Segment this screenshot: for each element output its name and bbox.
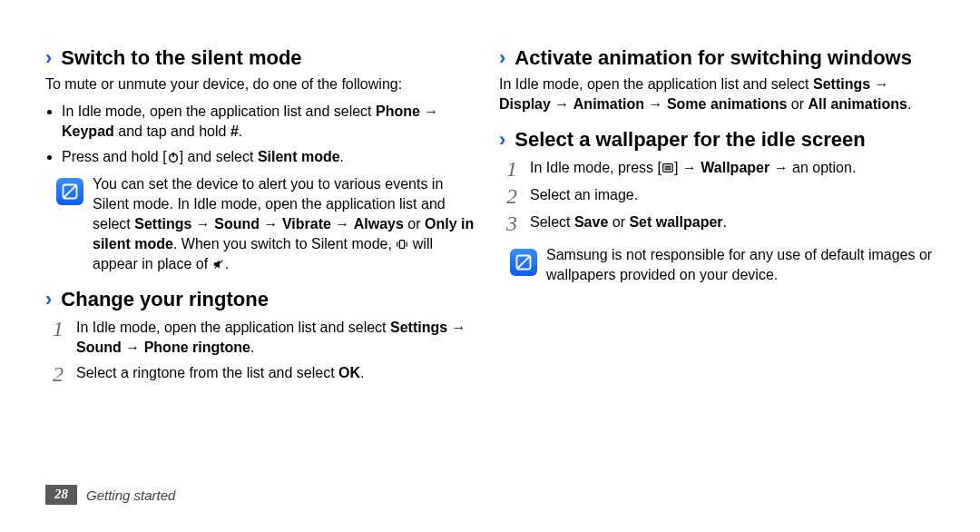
note-box: Samsung is not responsible for any use o… [499, 245, 935, 285]
svg-rect-4 [400, 241, 405, 249]
step-item: 3 Select Save or Set wallpaper. [499, 212, 935, 234]
steps-list: 1 In Idle mode, press [] → Wallpaper → a… [499, 158, 935, 234]
note-icon [56, 178, 83, 205]
section-title: Select a wallpaper for the idle screen [514, 127, 865, 153]
left-column: › Switch to the silent mode To mute or u… [45, 45, 481, 532]
section-title: Activate animation for switching windows [514, 45, 912, 71]
note-box: You can set the device to alert you to v… [45, 174, 481, 274]
intro-text: To mute or unmute your device, do one of… [45, 74, 481, 94]
note-text: You can set the device to alert you to v… [93, 174, 481, 274]
section-head-animation: › Activate animation for switching windo… [499, 45, 935, 71]
chevron-icon: › [45, 45, 52, 71]
menu-icon [662, 160, 674, 172]
step-body: Select a ringtone from the list and sele… [76, 363, 481, 383]
power-icon [167, 149, 180, 162]
vibrate-icon [396, 236, 408, 249]
note-text: Samsung is not responsible for any use o… [546, 245, 935, 285]
step-number: 2 [45, 363, 71, 385]
page-number: 28 [45, 485, 77, 505]
page-footer: 28 Getting started [45, 485, 175, 505]
step-item: 1 In Idle mode, open the application lis… [45, 318, 481, 358]
step-item: 2 Select a ringtone from the list and se… [45, 363, 481, 385]
chevron-icon: › [45, 287, 52, 312]
note-icon [510, 249, 537, 276]
step-item: 2 Select an image. [499, 185, 935, 207]
paragraph: In Idle mode, open the application list … [499, 74, 935, 114]
section-title: Change your ringtone [61, 287, 269, 312]
steps-list: 1 In Idle mode, open the application lis… [45, 318, 481, 385]
step-body: In Idle mode, press [] → Wallpaper → an … [530, 158, 935, 178]
section-head-silent: › Switch to the silent mode [45, 45, 481, 71]
section-head-wallpaper: › Select a wallpaper for the idle screen [499, 127, 935, 153]
section-head-ringtone: › Change your ringtone [45, 287, 481, 312]
bullet-list: In Idle mode, open the application list … [45, 102, 481, 167]
svg-line-11 [517, 256, 529, 268]
svg-line-3 [64, 185, 75, 197]
footer-section-name: Getting started [86, 488, 175, 503]
step-body: Select an image. [530, 185, 935, 205]
list-item: Press and hold [] and select Silent mode… [62, 147, 481, 167]
step-number: 1 [499, 158, 524, 180]
speaker-mute-icon [212, 256, 225, 269]
chevron-icon: › [499, 127, 505, 153]
chevron-icon: › [499, 45, 505, 71]
step-body: Select Save or Set wallpaper. [530, 212, 935, 232]
step-number: 1 [45, 318, 71, 340]
step-item: 1 In Idle mode, press [] → Wallpaper → a… [499, 158, 935, 180]
step-number: 2 [499, 185, 524, 207]
list-item: In Idle mode, open the application list … [62, 102, 481, 142]
step-body: In Idle mode, open the application list … [76, 318, 481, 358]
section-title: Switch to the silent mode [61, 45, 301, 71]
right-column: › Activate animation for switching windo… [499, 45, 935, 532]
step-number: 3 [499, 212, 524, 234]
